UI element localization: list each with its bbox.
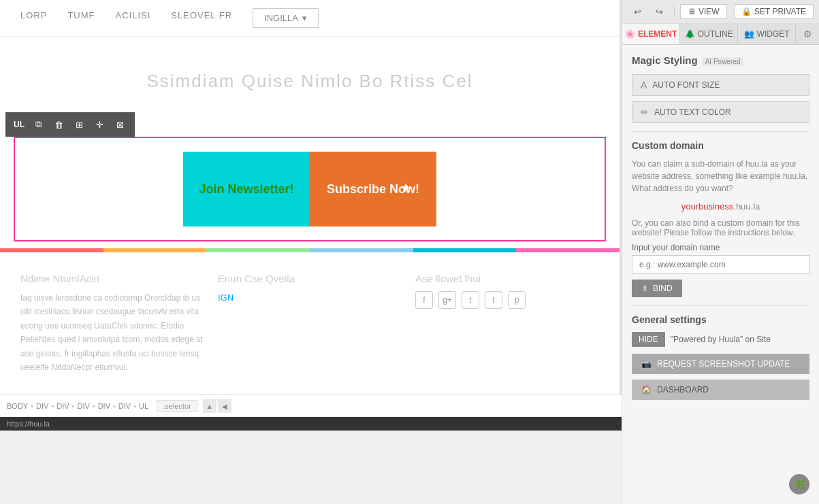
breadcrumb-bar: BODY • DIV • DIV • DIV • DIV • DIV • UL … [0, 394, 622, 417]
breadcrumb-div-1[interactable]: DIV [36, 402, 48, 410]
panel-settings-button[interactable]: ⚙ [796, 24, 819, 44]
nav-item-acilisi[interactable]: ACILISI [116, 10, 151, 26]
breadcrumb-body[interactable]: BODY [7, 402, 28, 410]
pinterest-icon[interactable]: p [508, 291, 526, 309]
section-divider-1 [632, 131, 809, 132]
screenshot-update-button[interactable]: 📷 REQUEST SCREENSHOT UPDATE [632, 354, 809, 374]
hero-title: Ssimdiam Quise Nimlo Bo Rtiss Cel [14, 71, 606, 92]
general-settings-title: General settings [632, 314, 809, 325]
undo-button[interactable]: ↩ [628, 3, 647, 20]
tab-outline[interactable]: 🌲 OUTLINE [680, 24, 738, 44]
breadcrumb-action-buttons: ▲ ◀ [203, 399, 231, 413]
ai-powered-badge: AI Powered [702, 57, 744, 66]
site-navigation: LORP TUMF ACILISI SLEOVEL FR INGILLA ▾ [0, 0, 620, 37]
widget-tab-icon: 👥 [744, 29, 754, 39]
breadcrumb-div-3[interactable]: DIV [77, 402, 89, 410]
view-button[interactable]: 🖥 VIEW [680, 4, 727, 19]
footer-col-1: Ndime NtumlAcin Iaq uisve lerosdone ca c… [20, 273, 204, 374]
redo-button[interactable]: ↪ [649, 3, 669, 20]
domain-prefix: yourbusiness [681, 201, 734, 212]
breadcrumb-div-4[interactable]: DIV [98, 402, 110, 410]
hero-section: Ssimdiam Quise Nimlo Bo Rtiss Cel [0, 37, 620, 112]
expand-button[interactable]: ✛ [90, 115, 109, 134]
home-icon: 🏠 [641, 385, 652, 394]
monitor-icon: 🖥 [688, 7, 696, 16]
domain-input-label: Input your domain name [632, 243, 809, 252]
nav-item-sleovel[interactable]: SLEOVEL FR [171, 10, 232, 26]
dashboard-button[interactable]: 🏠 DASHBOARD [632, 380, 809, 400]
status-bar: https://huu.la [0, 417, 622, 431]
right-panel: ↩ ↪ 🖥 VIEW 🔒 SET PRIVATE 🌸 ELEMENT 🌲 OUT… [622, 0, 819, 504]
subscribe-button[interactable]: Subscribe Now! ⌖ [310, 152, 436, 226]
grid-button[interactable]: ⊞ [69, 115, 89, 134]
facebook-icon[interactable]: f [415, 291, 433, 309]
outline-tab-icon: 🌲 [685, 29, 695, 39]
auto-font-size-button[interactable]: A AUTO FONT SIZE [632, 74, 809, 96]
selector-box[interactable]: .selector [157, 400, 197, 412]
section-divider-2 [632, 305, 809, 306]
powered-label: "Powered by Huula" on Site [671, 335, 771, 344]
breadcrumb-close-button[interactable]: ◀ [218, 399, 231, 413]
breadcrumb-ul[interactable]: UL [139, 402, 148, 410]
nav-dropdown-ingilla[interactable]: INGILLA ▾ [253, 8, 319, 28]
breadcrumb-div-5[interactable]: DIV [118, 402, 131, 410]
delete-button[interactable]: 🗑 [49, 115, 68, 134]
footer-col1-text: Iaq uisve lerosdone ca codiotemp OrorcId… [20, 291, 204, 374]
hide-tag[interactable]: HIDE [632, 332, 665, 347]
color-segment-3 [206, 248, 310, 252]
leaf-button[interactable]: 🌿 [789, 474, 809, 494]
domain-input[interactable] [632, 255, 809, 274]
tab-element[interactable]: 🌸 ELEMENT [622, 24, 680, 44]
color-segment-2 [103, 248, 207, 252]
bind-icon: ♗ [641, 284, 649, 293]
hide-powered-row: HIDE "Powered by Huula" on Site [632, 332, 809, 347]
domain-display: yourbusiness.huu.la [632, 201, 809, 212]
panel-top-toolbar: ↩ ↪ 🖥 VIEW 🔒 SET PRIVATE [622, 0, 819, 24]
footer-content: Ndime NtumlAcin Iaq uisve lerosdone ca c… [0, 252, 620, 394]
element-tab-icon: 🌸 [625, 29, 635, 39]
nav-item-lorp[interactable]: LORP [20, 10, 47, 26]
color-segment-6 [516, 248, 620, 252]
footer-col3-title: Ase llowet lhui [415, 273, 599, 284]
color-pencil-icon: ✏ [641, 107, 649, 118]
set-private-button[interactable]: 🔒 SET PRIVATE [734, 4, 814, 19]
nav-item-tumf[interactable]: TUMF [67, 10, 95, 26]
footer-col2-link[interactable]: IGN [218, 292, 234, 303]
magic-styling-title: Magic Styling [632, 54, 698, 66]
footer-col2-title: Enun Cse Qveita [218, 273, 402, 284]
tab-widget[interactable]: 👥 WIDGET [738, 24, 796, 44]
breadcrumb-up-button[interactable]: ▲ [203, 399, 216, 413]
color-segment-4 [310, 248, 413, 252]
twitter-icon[interactable]: t [462, 291, 479, 309]
auto-text-color-button[interactable]: ✏ AUTO TEXT COLOR [632, 101, 809, 123]
toolbar-divider [674, 5, 675, 18]
domain-suffix: .huu.la [733, 201, 760, 212]
selected-section: Join Newsletter! Subscribe Now! ⌖ [14, 137, 606, 241]
toolbar-ul-label: UL [11, 120, 27, 129]
canvas-area: LORP TUMF ACILISI SLEOVEL FR INGILLA ▾ S… [0, 0, 622, 394]
footer-col-2: Enun Cse Qveita IGN [218, 273, 402, 374]
tree-button[interactable]: ⊠ [110, 115, 129, 134]
panel-bottom: 🌿 [622, 470, 819, 504]
magic-styling-header: Magic Styling AI Powered [632, 54, 809, 66]
join-newsletter-button[interactable]: Join Newsletter! [183, 152, 310, 226]
breadcrumb-div-2[interactable]: DIV [57, 402, 69, 410]
font-icon: A [641, 80, 647, 90]
domain-description: You can claim a sub-domain of huu.la as … [632, 158, 809, 195]
footer-col-3: Ase llowet lhui f g+ t t p [415, 273, 599, 374]
or-text: Or, you can also bind a custom domain fo… [632, 218, 809, 237]
color-segment-5 [413, 248, 517, 252]
camera-icon: 📷 [641, 359, 652, 369]
color-segment-1 [0, 248, 103, 252]
googleplus-icon[interactable]: g+ [438, 291, 456, 309]
footer-col1-title: Ndime NtumlAcin [20, 273, 204, 284]
site-url: https://huu.la [7, 420, 50, 428]
custom-domain-title: Custom domain [632, 140, 809, 151]
lock-icon: 🔒 [741, 7, 752, 16]
footer-social-icons: f g+ t t p [415, 291, 599, 309]
copy-button[interactable]: ⧉ [29, 115, 48, 134]
tumblr-icon[interactable]: t [485, 291, 502, 309]
cursor-indicator: ⌖ [402, 180, 409, 196]
panel-tabs: 🌸 ELEMENT 🌲 OUTLINE 👥 WIDGET ⚙ [622, 24, 819, 45]
bind-button[interactable]: ♗ BIND [632, 280, 682, 297]
